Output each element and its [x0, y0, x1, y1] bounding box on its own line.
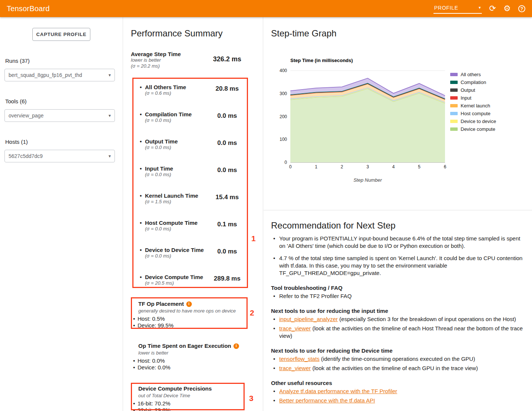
block-subtitle: generally desired to have more ops on de…	[138, 308, 263, 314]
list-item: Device: 99.5%	[133, 322, 263, 329]
runs-select[interactable]: bert_squad_8gpu_fp16_pvt_thd ▾	[4, 69, 115, 81]
eager-execution-block: Op Time Spent on Eager Execution i lower…	[131, 343, 263, 371]
recommendation-link[interactable]: tensorflow_stats	[279, 356, 319, 362]
recommendation-link[interactable]: Better performance with the tf.data API	[279, 397, 375, 404]
recommendation-subheading: Other useful resources	[271, 380, 523, 386]
bullet-icon: •	[140, 247, 145, 253]
metric-value: 0.1 ms	[207, 221, 248, 228]
legend-label: Host compute	[461, 111, 490, 116]
bullet-icon: •	[140, 84, 145, 90]
recommendation-text: (look at the activities on the timeline …	[279, 325, 523, 339]
recommendation-title: Recommendation for Next Step	[271, 220, 523, 231]
metric-name: Device to Device Time	[145, 247, 204, 253]
metric-value: 0.0 ms	[207, 112, 248, 120]
bullet-icon: •	[140, 111, 145, 117]
recommendation-text: Refer to the TF2 Profiler FAQ	[279, 293, 352, 299]
right-panel: Step-time Graph 01002003004000123456Step…	[264, 17, 532, 411]
svg-text:0: 0	[284, 160, 287, 165]
block-title-text: Device Compute Precisions	[138, 386, 212, 392]
svg-text:200: 200	[280, 114, 287, 119]
tools-label: Tools (6)	[5, 98, 123, 104]
info-icon[interactable]: i	[186, 301, 192, 307]
recommendation-item: Better performance with the tf.data API	[271, 397, 523, 404]
metric-sigma: (σ = 0.0 ms)	[145, 253, 204, 259]
block-title: Op Time Spent on Eager Execution i	[138, 343, 263, 349]
metric-value: 289.8 ms	[207, 275, 248, 282]
metric-name: Input Time	[145, 165, 173, 172]
legend-label: Compilation	[461, 80, 486, 85]
legend-item: All others	[450, 71, 496, 78]
metric-name: Compilation Time	[145, 111, 192, 117]
runs-label: Runs (37)	[5, 58, 123, 64]
legend-item: Input	[450, 94, 496, 102]
recommendation-link[interactable]: trace_viewer	[279, 325, 311, 331]
step-time-chart: 01002003004000123456Step Time (in millis…	[271, 56, 449, 184]
average-step-time-row: Average Step Time lower is better (σ = 2…	[131, 51, 263, 69]
metric-sigma: (σ = 20.5 ms)	[145, 280, 203, 286]
recommendation-subsections: Tool troubleshooting / FAQRefer to the T…	[271, 285, 523, 404]
block-title-text: Op Time Spent on Eager Execution	[138, 343, 231, 349]
bullet-icon: •	[140, 220, 145, 226]
chevron-down-icon: ▾	[479, 6, 481, 10]
metric-name: Kernel Launch Time	[145, 192, 198, 199]
legend-label: Input	[461, 95, 471, 101]
performance-summary-panel: Performance Summary Average Step Time lo…	[123, 17, 263, 411]
recommendation-link[interactable]: input_pipeline_analyzer	[279, 316, 338, 322]
annotation-number-2: 2	[250, 308, 254, 317]
recommendation-list: input_pipeline_analyzer (especially Sect…	[271, 315, 523, 340]
legend-label: All others	[461, 72, 481, 77]
metric-sigma: (σ = 1.5 ms)	[145, 199, 198, 205]
metric-sigma: (σ = 0.0 ms)	[145, 172, 173, 178]
legend-item: Device compute	[450, 125, 496, 133]
legend-label: Device compute	[461, 126, 495, 132]
list-item: Device: 0.0%	[133, 364, 263, 371]
annotation-number-3: 3	[249, 394, 254, 403]
legend-swatch-icon	[450, 104, 458, 107]
legend-swatch-icon	[450, 127, 458, 131]
metric-value: 0.0 ms	[207, 139, 248, 147]
app-title: TensorBoard	[7, 4, 50, 13]
bullet-icon: •	[140, 274, 145, 280]
capture-profile-button[interactable]: CAPTURE PROFILE	[32, 28, 90, 41]
tf-op-placement-block: TF Op Placement i generally desired to h…	[131, 297, 263, 329]
svg-text:1: 1	[315, 164, 317, 169]
legend-item: Compilation	[450, 78, 496, 86]
settings-gear-icon[interactable]: ⚙	[503, 4, 511, 13]
metric-row: • Input Time (σ = 0.0 ms) 0.0 ms	[131, 160, 263, 187]
list-item: 16-bit: 70.2%	[133, 400, 263, 407]
list-item: Host: 0.5%	[133, 315, 263, 322]
svg-text:300: 300	[280, 91, 287, 96]
metric-value: 326.2 ms	[207, 55, 248, 63]
refresh-icon[interactable]: ⟳	[489, 4, 496, 13]
recommendation-link[interactable]: trace_viewer	[279, 365, 311, 371]
metric-sigma: (σ = 0.0 ms)	[145, 117, 192, 123]
metric-row: • Device Compute Time (σ = 20.5 ms) 289.…	[131, 269, 263, 296]
svg-text:6: 6	[444, 164, 446, 169]
hosts-select[interactable]: 5627c5dd7dc9 ▾	[4, 150, 115, 162]
runs-select-value: bert_squad_8gpu_fp16_pvt_thd	[9, 72, 82, 78]
metric-name: Host Compute Time	[145, 220, 197, 226]
app-header: TensorBoard PROFILE ▾ ⟳ ⚙ ?	[0, 0, 532, 17]
legend-swatch-icon	[450, 112, 458, 115]
recommendation-link[interactable]: Analyze tf.data performance with the TF …	[279, 388, 397, 394]
metric-name: Average Step Time	[131, 51, 181, 57]
compute-precisions-block: Device Compute Precisions out of Total D…	[131, 386, 263, 411]
help-glyph: ?	[520, 6, 523, 12]
legend-item: Output	[450, 86, 496, 94]
block-title-text: TF Op Placement	[138, 301, 184, 307]
recommendation-item: trace_viewer (look at the activities on …	[271, 365, 523, 372]
metric-value: 0.0 ms	[207, 166, 248, 174]
sidebar: CAPTURE PROFILE Runs (37) bert_squad_8gp…	[0, 17, 123, 411]
help-icon[interactable]: ?	[518, 5, 525, 12]
dashboard-select[interactable]: PROFILE ▾	[433, 4, 482, 14]
metric-row: • Kernel Launch Time (σ = 1.5 ms) 15.4 m…	[131, 187, 263, 214]
recommendation-list: Refer to the TF2 Profiler FAQ	[271, 292, 523, 300]
metric-row: • Device to Device Time (σ = 0.0 ms) 0.0…	[131, 242, 263, 269]
svg-text:2: 2	[341, 164, 343, 169]
recommendation-item: Analyze tf.data performance with the TF …	[271, 388, 523, 395]
recommendation-list: tensorflow_stats (identify the time-cons…	[271, 355, 523, 372]
dashboard-select-value: PROFILE	[434, 5, 458, 11]
legend-item: Device to device	[450, 117, 496, 125]
info-icon[interactable]: i	[233, 343, 239, 349]
tools-select[interactable]: overview_page ▾	[4, 109, 115, 122]
